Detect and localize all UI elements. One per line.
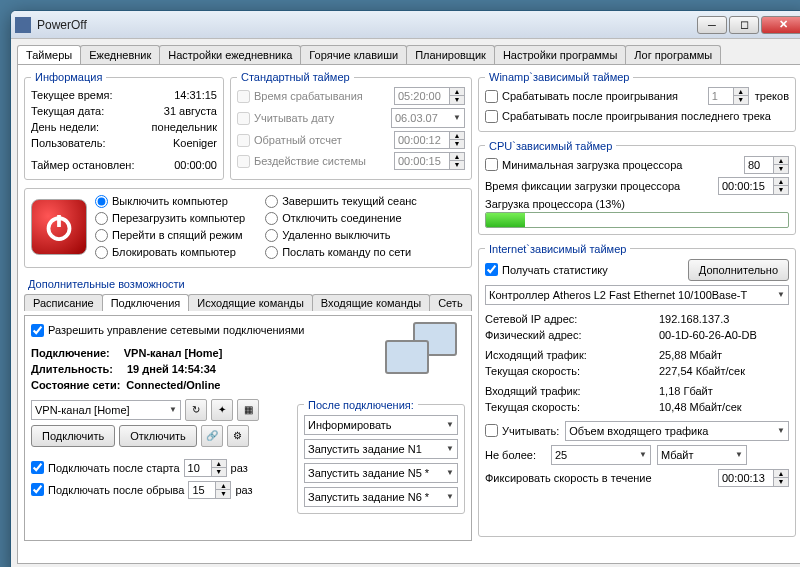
subtab-out-cmd[interactable]: Исходящие команды bbox=[188, 294, 313, 311]
cpu-group: CPU`зависимый таймер Минимальная загрузк… bbox=[478, 140, 796, 235]
action-remote-off[interactable]: Удаленно выключить bbox=[265, 227, 417, 244]
unit-select[interactable]: Мбайт▼ bbox=[657, 445, 747, 465]
sub-tabs: Расписание Подключения Исходящие команды… bbox=[24, 294, 472, 311]
after-connect-group: После подключения: Информировать▼ Запуст… bbox=[297, 399, 465, 514]
inet-group: Internet`зависимый таймер Получать стати… bbox=[478, 243, 796, 538]
tool-new-icon[interactable]: ✦ bbox=[211, 399, 233, 421]
tool-link-icon[interactable]: 🔗 bbox=[201, 425, 223, 447]
subtab-connections[interactable]: Подключения bbox=[102, 294, 190, 311]
inet-stats-checkbox[interactable]: Получать статистику bbox=[485, 262, 608, 278]
action-net-cmd[interactable]: Послать команду по сети bbox=[265, 244, 417, 261]
winamp-after-last-checkbox[interactable]: Срабатывать после проигрывания последнег… bbox=[485, 108, 771, 124]
connection-select[interactable]: VPN-канал [Home]▼ bbox=[31, 400, 181, 420]
spin-up-icon[interactable]: ▲ bbox=[450, 88, 464, 96]
adapter-select[interactable]: Контроллер Atheros L2 Fast Ethernet 10/1… bbox=[485, 285, 789, 305]
tab-log[interactable]: Лог программы bbox=[625, 45, 721, 64]
idle-checkbox[interactable]: Бездействие системы bbox=[237, 153, 366, 169]
date-checkbox[interactable]: Учитывать дату bbox=[237, 110, 334, 126]
after-inform-select[interactable]: Информировать▼ bbox=[304, 415, 458, 435]
tab-timers[interactable]: Таймеры bbox=[17, 45, 81, 64]
after-task6-select[interactable]: Запустить задание N6 *▼ bbox=[304, 487, 458, 507]
after-break-value[interactable] bbox=[188, 481, 216, 499]
subtab-in-cmd[interactable]: Входящие команды bbox=[312, 294, 430, 311]
tool-settings-icon[interactable]: ⚙ bbox=[227, 425, 249, 447]
account-checkbox[interactable]: Учитывать: bbox=[485, 423, 559, 439]
allow-net-checkbox[interactable]: Разрешить управление сетевыми подключени… bbox=[31, 322, 304, 338]
trigger-time-input[interactable] bbox=[394, 87, 450, 105]
trigger-checkbox[interactable]: Время срабатывания bbox=[237, 88, 363, 104]
tab-hotkeys[interactable]: Горячие клавиши bbox=[300, 45, 407, 64]
subtab-net[interactable]: Сеть bbox=[429, 294, 471, 311]
window-title: PowerOff bbox=[37, 18, 697, 32]
connect-button[interactable]: Подключить bbox=[31, 425, 115, 447]
app-window: PowerOff ─ ◻ ✕ Таймеры Ежедневник Настро… bbox=[10, 10, 800, 567]
spin-down-icon[interactable]: ▼ bbox=[450, 96, 464, 104]
cpu-fix-input[interactable] bbox=[718, 177, 774, 195]
tab-diary-settings[interactable]: Настройки ежедневника bbox=[159, 45, 301, 64]
metric-select[interactable]: Объем входящего трафика▼ bbox=[565, 421, 789, 441]
poweroff-icon bbox=[31, 199, 87, 255]
info-group: Информация Текущее время:14:31:15 Текуща… bbox=[24, 71, 224, 180]
tab-scheduler[interactable]: Планировщик bbox=[406, 45, 495, 64]
limit-select[interactable]: 25▼ bbox=[551, 445, 651, 465]
cpu-min-checkbox[interactable]: Минимальная загрузка процессора bbox=[485, 157, 682, 173]
winamp-group: Winamp`зависимый таймер Срабатывать посл… bbox=[478, 71, 796, 132]
network-pc-icon bbox=[375, 322, 465, 392]
cpu-min-input[interactable] bbox=[744, 156, 774, 174]
app-icon bbox=[15, 17, 31, 33]
action-disconnect[interactable]: Отключить соединение bbox=[265, 210, 417, 227]
tab-diary[interactable]: Ежедневник bbox=[80, 45, 160, 64]
extra-label: Дополнительные возможности bbox=[28, 278, 472, 290]
action-logoff[interactable]: Завершить текущий сеанс bbox=[265, 193, 417, 210]
cpu-progress bbox=[485, 212, 789, 228]
main-tabs: Таймеры Ежедневник Настройки ежедневника… bbox=[11, 39, 800, 64]
after-start-value[interactable] bbox=[184, 459, 212, 477]
countdown-input[interactable] bbox=[394, 131, 450, 149]
tab-prog-settings[interactable]: Настройки программы bbox=[494, 45, 626, 64]
after-task5-select[interactable]: Запустить задание N5 *▼ bbox=[304, 463, 458, 483]
subtab-schedule[interactable]: Расписание bbox=[24, 294, 103, 311]
after-start-checkbox[interactable]: Подключать после старта bbox=[31, 460, 180, 476]
disconnect-button[interactable]: Отключить bbox=[119, 425, 197, 447]
tool-refresh-icon[interactable]: ↻ bbox=[185, 399, 207, 421]
countdown-checkbox[interactable]: Обратный отсчет bbox=[237, 132, 342, 148]
action-sleep[interactable]: Перейти в спящий режим bbox=[95, 227, 245, 244]
minimize-button[interactable]: ─ bbox=[697, 16, 727, 34]
action-reboot[interactable]: Перезагрузить компьютер bbox=[95, 210, 245, 227]
after-break-checkbox[interactable]: Подключать после обрыва bbox=[31, 482, 184, 498]
std-timer-group: Стандартный таймер Время срабатывания ▲▼… bbox=[230, 71, 472, 180]
maximize-button[interactable]: ◻ bbox=[729, 16, 759, 34]
actions-group: Выключить компьютер Перезагрузить компью… bbox=[24, 188, 472, 268]
info-legend: Информация bbox=[31, 71, 106, 83]
action-shutdown[interactable]: Выключить компьютер bbox=[95, 193, 245, 210]
titlebar: PowerOff ─ ◻ ✕ bbox=[11, 11, 800, 39]
tracks-input[interactable] bbox=[708, 87, 734, 105]
std-legend: Стандартный таймер bbox=[237, 71, 354, 83]
date-picker[interactable]: 06.03.07▼ bbox=[391, 108, 465, 128]
action-lock[interactable]: Блокировать компьютер bbox=[95, 244, 245, 261]
tool-grid-icon[interactable]: ▦ bbox=[237, 399, 259, 421]
inet-fix-input[interactable] bbox=[718, 469, 774, 487]
idle-input[interactable] bbox=[394, 152, 450, 170]
after-task1-select[interactable]: Запустить задание N1▼ bbox=[304, 439, 458, 459]
close-button[interactable]: ✕ bbox=[761, 16, 800, 34]
more-button[interactable]: Дополнительно bbox=[688, 259, 789, 281]
winamp-after-play-checkbox[interactable]: Срабатывать после проигрывания bbox=[485, 88, 678, 104]
